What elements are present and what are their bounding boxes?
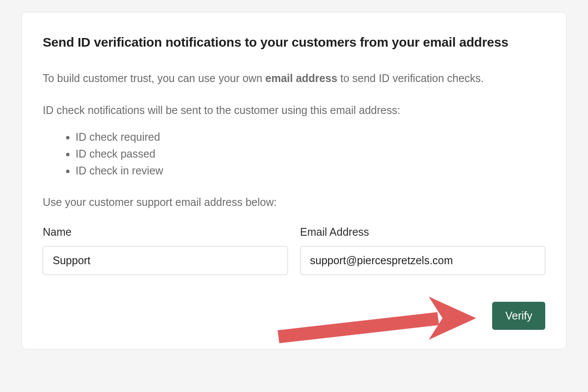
annotation-arrow-icon: [273, 297, 476, 344]
list-item: ID check passed: [76, 145, 545, 162]
list-item: ID check required: [76, 129, 545, 145]
name-label: Name: [43, 226, 288, 238]
notification-subhead: ID check notifications will be sent to t…: [43, 102, 545, 119]
svg-marker-0: [278, 312, 439, 343]
settings-card: Send ID verification notifications to yo…: [22, 12, 566, 349]
name-input[interactable]: [43, 246, 288, 275]
email-label: Email Address: [300, 226, 545, 238]
verify-button[interactable]: Verify: [492, 302, 545, 330]
description-suffix: to send ID verification checks.: [337, 72, 484, 84]
description-prefix: To build customer trust, you can use you…: [43, 72, 266, 84]
name-field-wrapper: Name: [43, 226, 288, 275]
notification-list: ID check required ID check passed ID che…: [43, 129, 545, 179]
card-title: Send ID verification notifications to yo…: [43, 35, 545, 50]
description-strong: email address: [266, 72, 338, 84]
svg-marker-1: [429, 297, 476, 340]
card-description: To build customer trust, you can use you…: [43, 70, 545, 87]
email-input[interactable]: [300, 246, 545, 275]
form-instruction: Use your customer support email address …: [43, 196, 545, 209]
form-row: Name Email Address: [43, 226, 545, 275]
actions-row: Verify: [43, 302, 545, 330]
email-field-wrapper: Email Address: [300, 226, 545, 275]
list-item: ID check in review: [76, 162, 545, 179]
